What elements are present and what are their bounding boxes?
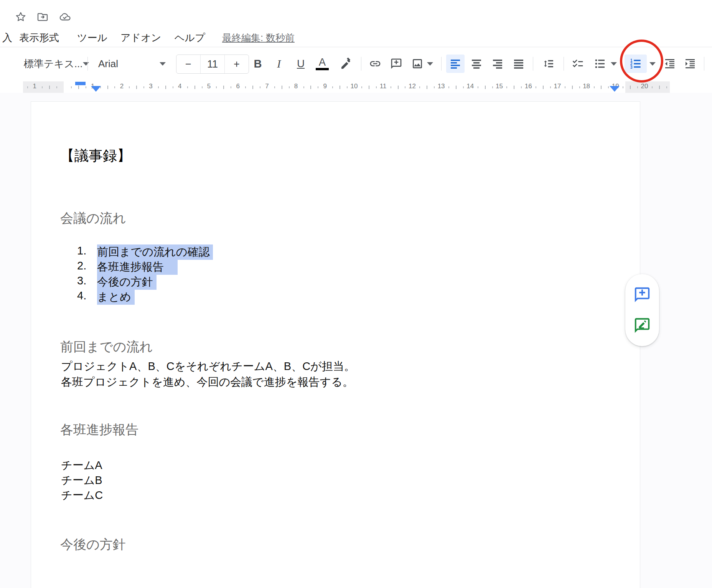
add-comment-side-button[interactable] [633, 285, 652, 304]
list-item: 4. まとめ [31, 289, 640, 304]
ruler-tick [434, 86, 435, 88]
justify-button[interactable] [509, 55, 528, 73]
suggest-edits-button[interactable] [633, 316, 652, 335]
ruler-tick [332, 86, 333, 88]
google-docs-window: 入 表示形式 ツール アドオン ヘルプ 最終編集: 数秒前 標準テキス... A… [0, 0, 712, 588]
ruler-tick [202, 86, 203, 88]
align-right-icon [491, 58, 504, 70]
toolbar-separator [704, 57, 704, 71]
suggest-edit-icon [633, 317, 651, 334]
text-color-button[interactable]: A [314, 55, 331, 73]
bold-button[interactable]: B [249, 55, 266, 73]
text-color-bar [316, 68, 329, 70]
team-line: チームC [61, 488, 103, 503]
bulleted-list-button[interactable] [591, 55, 609, 73]
list-item: 2. 各班進捗報告 [31, 259, 640, 274]
menu-tools[interactable]: ツール [77, 30, 107, 45]
svg-text:3: 3 [630, 65, 633, 69]
ruler-tick [245, 86, 246, 88]
bulleted-list-dropdown[interactable] [609, 55, 619, 73]
ruler-tick [463, 86, 464, 88]
insert-image-dropdown[interactable] [425, 55, 435, 73]
line-spacing-button[interactable] [539, 55, 558, 73]
ruler-tick [601, 86, 602, 89]
align-left-button[interactable] [446, 55, 465, 73]
ruler-number: 11 [380, 83, 387, 90]
ruler-number: 2 [120, 83, 124, 90]
highlighter-icon [340, 58, 352, 70]
font-dropdown[interactable]: Arial [95, 55, 169, 73]
ruler-tick [478, 86, 478, 88]
teams-paragraph: チームA チームB チームC [61, 458, 103, 503]
paragraph-line: プロジェクトA、B、CをそれぞれチームA、B、Cが担当。 [61, 358, 355, 374]
menu-help[interactable]: ヘルプ [175, 30, 205, 45]
horizontal-ruler[interactable]: 11234567891011121314151617181920 [23, 81, 670, 93]
decrease-font-size-button[interactable]: − [176, 55, 200, 73]
first-line-indent-marker[interactable] [75, 82, 86, 85]
ruler-tick [506, 86, 507, 88]
increase-indent-button[interactable] [681, 55, 699, 73]
ruler-tick [492, 86, 493, 88]
ruler-tick [42, 86, 43, 88]
ruler-tick [252, 86, 253, 89]
ruler-tick [56, 86, 57, 88]
font-size-value[interactable]: 11 [200, 55, 224, 73]
ruler-tick [78, 86, 79, 89]
align-right-button[interactable] [488, 55, 507, 73]
ruler-tick [231, 86, 231, 88]
ruler-tick [223, 86, 224, 89]
ruler-tick [405, 86, 405, 88]
last-edit-link[interactable]: 最終編集: 数秒前 [222, 30, 295, 45]
ruler-number: 15 [496, 83, 503, 90]
paragraph-style-dropdown[interactable]: 標準テキス... [22, 55, 86, 73]
ruler-number: 7 [265, 83, 269, 90]
ruler-tick [340, 86, 340, 89]
chevron-down-icon [83, 62, 89, 66]
ruler-tick [194, 86, 195, 89]
cloud-saved-icon[interactable] [58, 10, 72, 24]
star-icon[interactable] [14, 10, 28, 24]
side-action-pill [625, 274, 659, 346]
ruler-number: 8 [294, 83, 298, 90]
formatting-toolbar: 標準テキス... Arial − 11 + B I U A [0, 47, 712, 81]
chevron-down-icon [427, 62, 433, 66]
numbered-list-dropdown[interactable] [648, 55, 658, 73]
insert-image-button[interactable] [409, 55, 426, 73]
menu-insert-partial[interactable]: 入 [2, 30, 12, 45]
underline-button[interactable]: U [292, 55, 309, 73]
document-header-bar [0, 0, 712, 28]
toolbar-separator [441, 57, 442, 71]
checklist-button[interactable] [569, 55, 587, 73]
ruler-tick [274, 86, 275, 88]
highlight-color-button[interactable] [338, 55, 354, 73]
numbered-list-icon: 1 2 3 [630, 58, 642, 70]
ruler-tick [216, 86, 217, 88]
italic-button[interactable]: I [270, 55, 287, 73]
menu-addons[interactable]: アドオン [120, 30, 161, 45]
ruler-tick [652, 86, 653, 88]
ruler-tick [129, 86, 130, 88]
ruler-content-zone [64, 81, 625, 93]
menu-format[interactable]: 表示形式 [19, 30, 59, 45]
ruler-tick [107, 86, 108, 89]
ruler-tick [572, 86, 573, 89]
decrease-indent-button[interactable] [661, 55, 679, 73]
increase-font-size-button[interactable]: + [224, 55, 249, 73]
document-title-text: 【議事録】 [60, 146, 131, 165]
toolbar-separator [361, 57, 361, 71]
numbered-list-button[interactable]: 1 2 3 [625, 55, 647, 73]
ruler-tick [579, 86, 580, 88]
ruler-tick [303, 86, 304, 88]
align-center-button[interactable] [467, 55, 486, 73]
ruler-number: 10 [351, 83, 358, 90]
right-indent-marker[interactable] [610, 86, 620, 92]
document-page[interactable]: 【議事録】 会議の流れ 1. 前回までの流れの確認 2. 各班進捗報告 3. 今… [31, 101, 640, 588]
justify-icon [513, 58, 525, 70]
left-indent-marker[interactable] [91, 86, 101, 92]
team-line: チームA [61, 458, 103, 473]
ruler-number: 4 [178, 83, 181, 90]
insert-link-button[interactable] [367, 55, 384, 73]
move-folder-icon[interactable] [36, 10, 49, 24]
add-comment-button[interactable] [388, 55, 405, 73]
image-icon [411, 58, 424, 70]
